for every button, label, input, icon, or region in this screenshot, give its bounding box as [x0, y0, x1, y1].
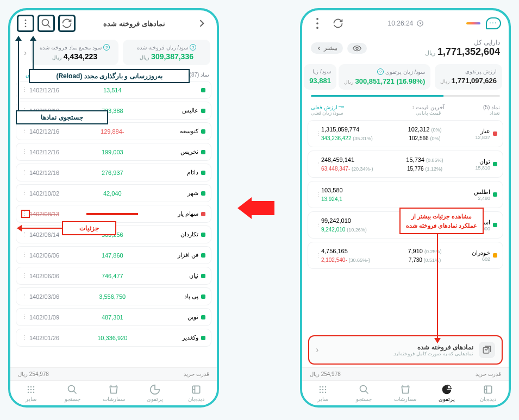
svg-point-8	[320, 386, 321, 388]
chevron-left-icon: ‹	[316, 345, 318, 355]
nav-other[interactable]: سایر	[302, 384, 343, 402]
row-kebab-icon[interactable]: ⋮	[22, 293, 29, 300]
row-kebab-icon[interactable]: ⋮	[22, 210, 29, 217]
svg-point-24	[30, 386, 32, 388]
summary-cards: ارزش پرتفوی 1,771,097,626 ریال سود/ زیان…	[302, 62, 509, 92]
row-kebab-icon[interactable]: ⋮	[314, 252, 321, 259]
sold-row[interactable]: 13,514 1402/12/16 ⋮	[16, 81, 211, 99]
svg-point-28	[33, 389, 35, 391]
more-button[interactable]: بیشتر	[311, 42, 343, 54]
svg-point-26	[28, 389, 29, 391]
sold-symbols-screen: نمادهای فروخته شده ?سود/ زیان فروخته شده…	[8, 8, 219, 408]
row-kebab-icon[interactable]: ⋮	[22, 148, 29, 155]
row-kebab-icon[interactable]: ⋮	[22, 169, 29, 176]
svg-point-22	[68, 386, 75, 392]
bottom-nav: دیده‌بان پرتفوی سفارشات جستجو سایر	[302, 380, 509, 405]
svg-point-14	[320, 392, 321, 393]
holding-row[interactable]: اطلس2,480 103,580 13,924,1 ⋮	[308, 181, 503, 208]
svg-point-20	[25, 26, 27, 28]
top-header-sold: نمادهای فروخته شده	[10, 10, 217, 36]
nav-portfolio[interactable]: پرتفوی	[426, 384, 467, 402]
nav-orders[interactable]: سفارشات	[93, 384, 134, 402]
sold-row[interactable]: نخریس 199,003 1402/12/16 ⋮	[16, 143, 211, 161]
sold-row[interactable]: کتوسعه -129,884 1402/12/16 ⋮	[16, 122, 211, 140]
svg-point-13	[325, 389, 327, 391]
sold-row[interactable]: نیان 746,477 1402/06/06 ⋮	[16, 267, 211, 285]
bottom-nav: دیده‌بان پرتفوی سفارشات جستجو سایر	[10, 380, 217, 405]
callout-search: جستجوی نمادها	[16, 110, 108, 124]
row-kebab-icon[interactable]: ⋮	[22, 314, 29, 321]
svg-point-29	[28, 392, 29, 393]
nav-search[interactable]: جستجو	[52, 384, 93, 402]
buying-power: قدرت خرید 254,978 ریال	[10, 367, 217, 380]
sold-row[interactable]: وکغدیر 10,336,920 1402/01/26 ⋮	[16, 329, 211, 347]
svg-point-10	[325, 386, 327, 388]
row-kebab-icon[interactable]: ⋮	[22, 334, 29, 341]
nav-watch[interactable]: دیده‌بان	[176, 384, 217, 402]
asset-label: دارایی کل	[425, 39, 500, 46]
nav-orders[interactable]: سفارشات	[385, 384, 426, 402]
callout-more-details: مشاهده جزئیات بیشتر از عملکرد نمادهای فر…	[399, 208, 484, 234]
arrow-to-sold	[437, 228, 438, 339]
row-kebab-icon[interactable]: ⋮	[314, 222, 321, 229]
total-asset-bar: دارایی کل 1,771,352,604ریال بیشتر	[302, 36, 509, 62]
svg-point-27	[30, 389, 32, 391]
sold-row[interactable]: فن افزار 147,860 1402/06/06 ⋮	[16, 246, 211, 264]
sold-symbols-tile[interactable]: نمادهای فروخته شده نمادهایی که به صورت ک…	[309, 336, 502, 364]
search-icon[interactable]	[39, 16, 54, 31]
row-kebab-icon[interactable]: ⋮	[314, 130, 321, 137]
help-icon[interactable]: ?	[377, 68, 384, 75]
page-title: نمادهای فروخته شده	[74, 20, 194, 28]
chat-icon[interactable]	[486, 17, 501, 29]
nav-search[interactable]: جستجو	[343, 384, 385, 402]
svg-point-7	[360, 386, 366, 392]
svg-point-4	[356, 47, 358, 49]
sold-row[interactable]: نوین 487,301 1402/01/09 ⋮	[16, 308, 211, 326]
svg-point-16	[325, 392, 327, 393]
row-kebab-icon[interactable]: ⋮	[22, 128, 29, 135]
nav-watch[interactable]: دیده‌بان	[467, 384, 509, 402]
svg-point-31	[33, 392, 35, 393]
holding-row[interactable]: خودران602 (0.25%) 7,910(0.51%) 7,730 4,7…	[308, 242, 503, 269]
brush-icon	[466, 22, 480, 24]
flow-arrow	[241, 197, 278, 219]
refresh-icon[interactable]	[330, 16, 346, 31]
sold-row[interactable]: داتام 276,937 1402/12/16 ⋮	[16, 164, 211, 181]
eye-toggle[interactable]	[347, 43, 367, 54]
svg-point-15	[322, 392, 324, 393]
buying-power: قدرت خرید 254,978 ریال	[302, 367, 509, 380]
row-kebab-icon[interactable]: ⋮	[314, 161, 321, 168]
kebab-icon[interactable]	[18, 16, 33, 31]
holdings-header: نماد (5)تعداد آخرین قیمت ↕قیمت پایانی ار…	[302, 100, 509, 120]
svg-point-25	[33, 386, 35, 388]
clock: 10:26:24	[388, 20, 424, 27]
holding-row[interactable]: توان15,810 (0.85%) 15,734(1.12%) 15,776 …	[308, 151, 503, 178]
row-kebab-icon[interactable]: ⋮	[22, 231, 29, 238]
nav-portfolio[interactable]: پرتفوی	[134, 384, 176, 402]
svg-point-18	[25, 20, 27, 21]
portfolio-screen: 10:26:24 دارایی کل 1,771,352,604ریال بیش…	[300, 8, 511, 408]
row-kebab-icon[interactable]: ⋮	[22, 252, 29, 259]
row-kebab-icon[interactable]: ⋮	[22, 86, 29, 93]
refresh-icon[interactable]	[59, 16, 74, 31]
top-header: 10:26:24	[302, 10, 509, 36]
sort-icon[interactable]	[339, 105, 344, 109]
row-kebab-icon[interactable]: ⋮	[22, 272, 29, 279]
sold-row[interactable]: پی پاد 3,556,750 1402/03/06 ⋮	[16, 287, 211, 305]
row-kebab-icon[interactable]: ⋮	[22, 190, 29, 197]
kebab-icon[interactable]	[310, 16, 325, 31]
sold-row[interactable]: شهر 42,040 1402/10/02 ⋮	[16, 184, 211, 202]
svg-point-30	[30, 392, 32, 393]
callout-reload: به‌روزرسانی و بارگذاری مجدد (Reload)	[29, 69, 190, 83]
progress-bar	[311, 95, 500, 97]
row-kebab-icon[interactable]: ⋮	[314, 191, 321, 198]
svg-point-2	[316, 22, 318, 24]
svg-point-23	[28, 386, 29, 388]
back-icon[interactable]	[194, 16, 209, 31]
svg-point-17	[42, 20, 49, 26]
sold-row[interactable]: سهام یار 1402/08/13 ⋮	[16, 205, 211, 223]
nav-other[interactable]: سایر	[10, 384, 52, 402]
svg-point-11	[320, 389, 321, 391]
holding-row[interactable]: عیار12,837 (0%) 102,312(0%) 102,566 1,31…	[308, 120, 503, 147]
sold-summary: ?سود/ زیان فروخته شده 309,387,336 ریال ?…	[10, 36, 217, 68]
